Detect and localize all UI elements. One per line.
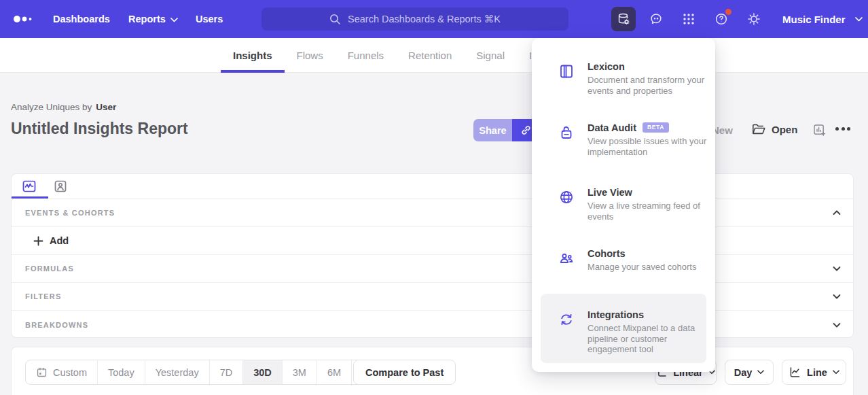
open-label: Open (772, 124, 797, 135)
range-today[interactable]: Today (98, 360, 145, 384)
range-label: Today (108, 367, 134, 378)
add-label: Add (50, 235, 69, 246)
add-to-dashboard-icon[interactable] (812, 123, 827, 137)
mixpanel-logo-icon[interactable] (12, 12, 39, 26)
interval-select[interactable]: Day (725, 360, 774, 385)
project-name: Music Finder (782, 14, 846, 25)
beta-badge: BETA (643, 122, 669, 133)
nav-users-label: Users (196, 14, 223, 24)
menu-item-title: Lexicon (587, 61, 707, 72)
metrics-tab[interactable] (20, 177, 38, 195)
settings-gear-button[interactable] (742, 7, 766, 31)
analyze-by-row: Analyze Uniques byUser (11, 102, 116, 112)
section-label: EVENTS & COHORTS (25, 209, 115, 217)
tab-signal-label: Signal (476, 50, 505, 61)
chart-type-select[interactable]: Line (782, 360, 846, 385)
date-range-control: Custom Today Yesterday 7D 30D 3M 6M 12M (25, 360, 392, 385)
nav-reports[interactable]: Reports (128, 0, 178, 38)
section-breakdowns[interactable]: BREAKDOWNS (12, 311, 853, 339)
tab-flows-label: Flows (297, 50, 323, 61)
tab-signal[interactable]: Signal (464, 38, 517, 73)
range-label: 3M (293, 367, 306, 378)
interval-label: Day (734, 367, 753, 378)
data-tools-menu: Lexicon Document and transform your even… (532, 38, 715, 372)
search-input[interactable]: Search Dashboards & Reports ⌘K (261, 7, 568, 31)
book-icon (558, 63, 575, 80)
folder-icon (751, 122, 766, 136)
line-chart-icon (789, 366, 801, 379)
tab-funnels-label: Funnels (348, 50, 384, 61)
people-icon (558, 250, 575, 267)
section-label: BREAKDOWNS (25, 321, 88, 329)
section-label: FORMULAS (25, 264, 74, 273)
range-7d[interactable]: 7D (210, 360, 244, 384)
range-30d[interactable]: 30D (243, 360, 283, 384)
range-label: Custom (53, 367, 87, 378)
link-icon (520, 124, 532, 137)
range-label: 6M (327, 367, 341, 378)
notification-dot (725, 9, 731, 15)
profiles-tab[interactable] (52, 177, 69, 195)
page-title: Untitled Insights Report (11, 120, 188, 138)
audit-icon (558, 124, 575, 141)
query-builder-card: EVENTS & COHORTS Add FORMULAS FILTERS (11, 173, 854, 338)
tab-funnels[interactable]: Funnels (336, 38, 396, 73)
help-button[interactable] (709, 7, 734, 31)
share-button[interactable]: Share (473, 119, 512, 141)
apps-grid-button[interactable] (676, 7, 701, 31)
calendar-icon (36, 366, 48, 378)
nav-users[interactable]: Users (196, 0, 223, 38)
nav-dashboards-label: Dashboards (53, 14, 110, 24)
chevron-down-icon[interactable] (833, 266, 841, 271)
top-nav: Dashboards Reports Users Search Dashboar… (0, 0, 868, 38)
menu-item-title: Integrations (587, 309, 707, 320)
range-3m[interactable]: 3M (283, 360, 317, 384)
section-label: FILTERS (25, 292, 61, 300)
compare-label: Compare to Past (365, 367, 444, 378)
tab-retention[interactable]: Retention (396, 38, 464, 73)
chevron-down-icon (855, 17, 863, 22)
chevron-down-icon[interactable] (833, 322, 841, 328)
chart-toolbar-card: Custom Today Yesterday 7D 30D 3M 6M 12M … (11, 347, 854, 395)
range-yesterday[interactable]: Yesterday (145, 360, 210, 384)
analyze-entity[interactable]: User (96, 102, 116, 112)
range-label: 7D (220, 367, 233, 378)
nav-dashboards[interactable]: Dashboards (53, 0, 110, 38)
section-formulas[interactable]: FORMULAS (12, 255, 853, 283)
menu-item-description: View possible issues with your implement… (587, 136, 707, 157)
sync-icon (558, 311, 575, 328)
more-options-button[interactable] (835, 127, 850, 131)
tab-flows[interactable]: Flows (285, 38, 336, 73)
range-custom[interactable]: Custom (26, 360, 98, 384)
menu-item-title: Live View (587, 187, 707, 198)
menu-item-description: Document and transform your events and p… (587, 75, 707, 96)
data-management-button[interactable] (611, 7, 636, 31)
chevron-down-icon (170, 18, 178, 22)
compare-to-past-button[interactable]: Compare to Past (353, 360, 456, 385)
section-events-cohorts[interactable]: EVENTS & COHORTS (12, 199, 853, 227)
tab-insights-label: Insights (233, 50, 272, 61)
project-selector[interactable]: Music Finder (782, 0, 863, 38)
add-event-button[interactable]: Add (33, 235, 69, 246)
range-6m[interactable]: 6M (317, 360, 352, 384)
search-icon (329, 14, 341, 25)
chart-type-label: Line (807, 367, 827, 378)
range-label: Yesterday (156, 367, 199, 378)
globe-icon (558, 189, 575, 205)
menu-item-title: Cohorts (587, 248, 707, 259)
menu-item-title: Data Audit (587, 122, 636, 133)
menu-item-description: Connect Mixpanel to a data pipeline or c… (587, 323, 707, 355)
section-filters[interactable]: FILTERS (12, 283, 853, 311)
chevron-down-icon (833, 370, 839, 375)
chevron-down-icon (757, 370, 764, 375)
chevron-down-icon[interactable] (833, 294, 841, 299)
open-report-button[interactable]: Open (751, 122, 797, 136)
feedback-button[interactable] (644, 7, 668, 31)
menu-item-description: Manage your saved cohorts (587, 262, 707, 273)
events-add-row: Add (12, 227, 853, 255)
analyze-label: Analyze Uniques by (11, 102, 92, 112)
plus-icon (33, 236, 43, 246)
menu-item-description: View a live streaming feed of events (587, 201, 707, 222)
chevron-up-icon[interactable] (833, 210, 841, 216)
tab-insights[interactable]: Insights (221, 38, 285, 73)
